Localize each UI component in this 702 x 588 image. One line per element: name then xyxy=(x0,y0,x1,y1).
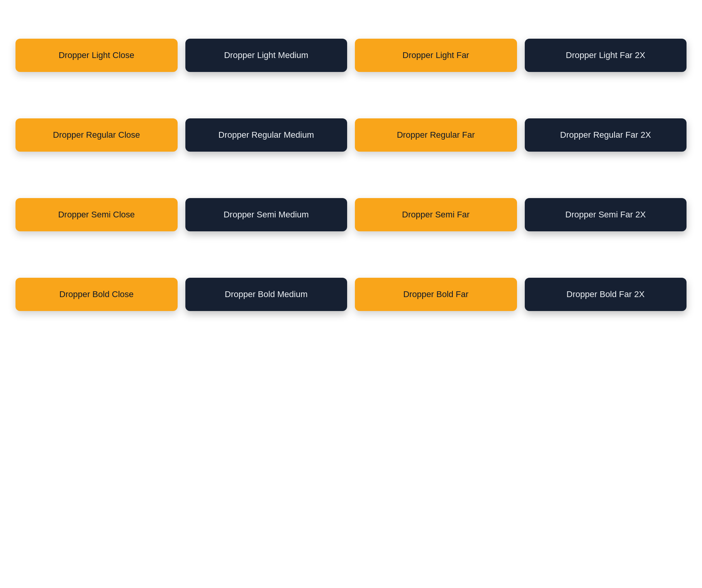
dropper-bold-far-button[interactable]: Dropper Bold Far xyxy=(355,278,517,311)
dropper-regular-medium-button[interactable]: Dropper Regular Medium xyxy=(185,118,348,152)
dropper-semi-medium-button[interactable]: Dropper Semi Medium xyxy=(185,198,348,231)
dropper-light-medium-button[interactable]: Dropper Light Medium xyxy=(185,39,348,72)
main-grid: Dropper Light CloseDropper Light MediumD… xyxy=(0,0,702,350)
dropper-light-close-button[interactable]: Dropper Light Close xyxy=(15,39,178,72)
dropper-bold-far-2x-button[interactable]: Dropper Bold Far 2X xyxy=(525,278,687,311)
dropper-semi-close-button[interactable]: Dropper Semi Close xyxy=(15,198,178,231)
dropper-regular-far-button[interactable]: Dropper Regular Far xyxy=(355,118,517,152)
dropper-semi-far-button[interactable]: Dropper Semi Far xyxy=(355,198,517,231)
dropper-bold-medium-button[interactable]: Dropper Bold Medium xyxy=(185,278,348,311)
bold-row: Dropper Bold CloseDropper Bold MediumDro… xyxy=(8,255,694,334)
dropper-regular-close-button[interactable]: Dropper Regular Close xyxy=(15,118,178,152)
dropper-regular-far-2x-button[interactable]: Dropper Regular Far 2X xyxy=(525,118,687,152)
light-row: Dropper Light CloseDropper Light MediumD… xyxy=(8,15,694,95)
dropper-light-far-button[interactable]: Dropper Light Far xyxy=(355,39,517,72)
dropper-semi-far-2x-button[interactable]: Dropper Semi Far 2X xyxy=(525,198,687,231)
dropper-bold-close-button[interactable]: Dropper Bold Close xyxy=(15,278,178,311)
dropper-light-far-2x-button[interactable]: Dropper Light Far 2X xyxy=(525,39,687,72)
semi-row: Dropper Semi CloseDropper Semi MediumDro… xyxy=(8,175,694,255)
regular-row: Dropper Regular CloseDropper Regular Med… xyxy=(8,95,694,175)
